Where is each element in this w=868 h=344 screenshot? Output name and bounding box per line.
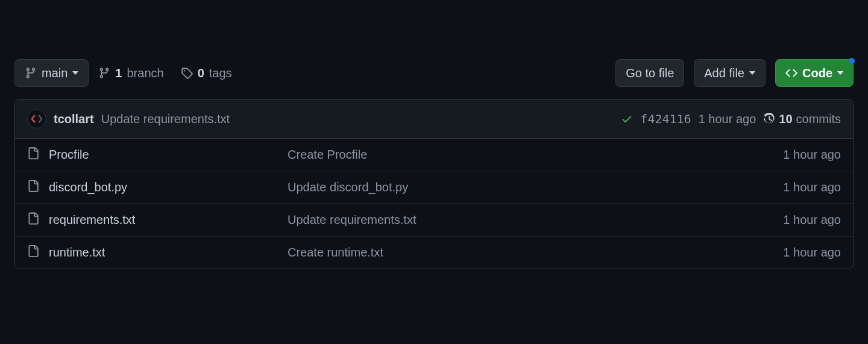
file-commit-message-link[interactable]: Create runtime.txt — [288, 246, 773, 260]
commit-message-link[interactable]: Update requirements.txt — [101, 112, 230, 126]
file-name-link[interactable]: requirements.txt — [49, 213, 278, 227]
code-slash-icon — [30, 112, 43, 126]
code-button[interactable]: Code — [775, 59, 854, 87]
file-commit-time: 1 hour ago — [783, 180, 841, 194]
branch-select-button[interactable]: main — [14, 59, 89, 87]
branches-link[interactable]: 1 branch — [98, 66, 163, 80]
history-icon — [763, 113, 775, 125]
branch-tag-info: 1 branch 0 tags — [98, 66, 231, 80]
check-icon[interactable] — [621, 113, 633, 125]
branch-count: 1 — [115, 66, 122, 80]
commit-sha-link[interactable]: f424116 — [640, 112, 691, 126]
repo-toolbar: main 1 branch 0 tags Go to file Add file — [14, 59, 854, 87]
file-name-link[interactable]: Procfile — [49, 148, 278, 162]
branch-label: branch — [127, 66, 163, 80]
file-icon — [27, 180, 39, 195]
file-row: runtime.txtCreate runtime.txt1 hour ago — [15, 236, 853, 269]
file-list-box: tcollart Update requirements.txt f424116… — [14, 99, 854, 269]
file-icon — [27, 147, 39, 162]
file-row: ProcfileCreate Procfile1 hour ago — [15, 139, 853, 171]
tag-count: 0 — [198, 66, 204, 80]
file-name-link[interactable]: runtime.txt — [49, 246, 278, 260]
commits-count: 10 — [779, 112, 792, 126]
file-commit-time: 1 hour ago — [783, 148, 841, 162]
caret-down-icon — [837, 71, 843, 75]
git-branch-icon — [25, 67, 37, 79]
code-icon — [785, 67, 797, 79]
caret-down-icon — [749, 71, 755, 75]
tag-icon — [181, 67, 193, 79]
file-icon — [27, 245, 39, 260]
caret-down-icon — [72, 71, 78, 75]
tags-link[interactable]: 0 tags — [181, 66, 232, 80]
file-row: discord_bot.pyUpdate discord_bot.py1 hou… — [15, 171, 853, 203]
avatar[interactable] — [27, 109, 46, 129]
commit-time: 1 hour ago — [699, 112, 756, 126]
commits-history-link[interactable]: 10 commits — [763, 112, 841, 126]
commit-author-link[interactable]: tcollart — [54, 112, 94, 126]
commits-label: commits — [796, 112, 841, 126]
file-row: requirements.txtUpdate requirements.txt1… — [15, 203, 853, 236]
branch-name: main — [42, 65, 68, 81]
file-commit-message-link[interactable]: Update discord_bot.py — [288, 180, 773, 194]
file-name-link[interactable]: discord_bot.py — [49, 180, 278, 194]
go-to-file-button[interactable]: Go to file — [615, 59, 684, 87]
file-commit-time: 1 hour ago — [783, 213, 841, 227]
tag-label: tags — [209, 66, 232, 80]
add-file-button[interactable]: Add file — [694, 59, 766, 87]
latest-commit-header: tcollart Update requirements.txt f424116… — [15, 100, 853, 139]
git-branch-icon — [98, 67, 110, 79]
file-commit-message-link[interactable]: Create Procfile — [288, 148, 773, 162]
file-commit-time: 1 hour ago — [783, 246, 841, 260]
file-commit-message-link[interactable]: Update requirements.txt — [288, 213, 773, 227]
file-icon — [27, 212, 39, 228]
